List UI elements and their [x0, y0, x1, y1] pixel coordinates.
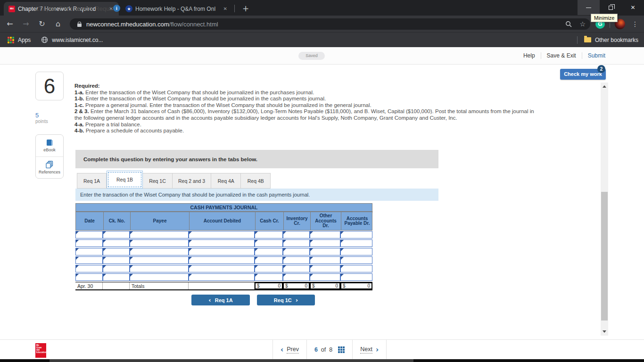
cell-date[interactable] [75, 265, 103, 272]
window-minimize-button[interactable] [578, 0, 600, 15]
cell-ck-no[interactable] [103, 273, 130, 281]
apps-label[interactable]: Apps [18, 37, 31, 43]
journal-title: CASH PAYMENTS JOURNAL [75, 203, 372, 211]
cell-inventory-cr[interactable] [283, 248, 310, 255]
reload-icon[interactable]: ↻ [36, 19, 48, 28]
cell-date[interactable] [75, 248, 103, 255]
home-icon[interactable]: ⌂ [52, 19, 64, 28]
address-bar[interactable]: newconnect.mheducation.com/flow/connect.… [70, 18, 590, 30]
forward-icon[interactable]: → [20, 19, 32, 28]
cell-inventory-cr[interactable] [283, 231, 310, 239]
prev-question-button[interactable]: ‹ Prev [273, 346, 306, 354]
journal-row [75, 231, 372, 239]
window-close-button[interactable]: ✕ [622, 0, 644, 15]
apps-grid-icon[interactable] [8, 37, 14, 43]
cell-inventory-cr[interactable] [283, 256, 310, 264]
cell-other-accounts-dr[interactable] [310, 248, 340, 255]
cell-payee[interactable] [130, 231, 189, 239]
cell-ck-no[interactable] [103, 256, 130, 264]
cell-ck-no[interactable] [103, 248, 130, 255]
cell-payee[interactable] [130, 248, 189, 255]
save-exit-link[interactable]: Save & Exit [547, 52, 576, 59]
tab-req-1b[interactable]: Req 1B [107, 171, 143, 189]
window-bottom-edge [0, 359, 644, 362]
window-controls: ✕ [578, 0, 644, 15]
cell-cash-cr[interactable] [255, 231, 283, 239]
new-tab-button[interactable]: + [239, 2, 252, 15]
zoom-icon[interactable] [565, 21, 572, 27]
ebook-label: eBook [43, 148, 56, 152]
screen: MH Chapter 7 Homework Required ✕ ★ Homew… [0, 0, 644, 362]
scroll-down-arrow[interactable] [603, 330, 606, 333]
other-bookmarks-button[interactable]: Other bookmarks [595, 37, 638, 43]
cell-date[interactable] [75, 231, 103, 239]
cell-inventory-cr[interactable] [283, 239, 310, 247]
question-number-card: 6 [35, 72, 64, 100]
back-icon[interactable]: ← [4, 19, 16, 28]
question-number: 6 [44, 74, 55, 98]
cell-accounts-payable-dr[interactable] [340, 231, 372, 239]
cell-accounts-payable-dr[interactable] [340, 265, 372, 272]
ebook-button[interactable]: eBook [36, 135, 63, 156]
totals-inventory-cr: $0 [283, 282, 310, 289]
tab-instruction: Enter the transaction of the Wiset Compa… [75, 189, 438, 201]
cell-cash-cr[interactable] [255, 248, 283, 255]
cell-other-accounts-dr[interactable] [310, 231, 340, 239]
cell-date[interactable] [75, 239, 103, 247]
cell-accounts-payable-dr[interactable] [340, 248, 372, 255]
help-link[interactable]: Help [523, 52, 535, 59]
cell-inventory-cr[interactable] [283, 273, 310, 281]
cell-payee[interactable] [130, 265, 189, 272]
cell-account-debited[interactable] [189, 256, 255, 264]
cell-account-debited[interactable] [189, 273, 255, 281]
cell-payee[interactable] [130, 256, 189, 264]
cell-payee[interactable] [130, 273, 189, 281]
tab-req-1c[interactable]: Req 1C [143, 173, 173, 189]
tab-req-2-and-3[interactable]: Req 2 and 3 [173, 173, 211, 189]
browser-menu-icon[interactable]: ⋮ [630, 20, 640, 28]
tab-req-1a[interactable]: Req 1A [77, 173, 107, 189]
tab-req-4a[interactable]: Req 4A [211, 173, 241, 189]
cell-payee[interactable] [130, 239, 189, 247]
cell-cash-cr[interactable] [255, 239, 283, 247]
cell-account-debited[interactable] [189, 248, 255, 255]
chevron-right-icon: › [376, 346, 379, 354]
cell-date[interactable] [75, 273, 103, 281]
info-icon[interactable]: i [113, 5, 120, 12]
question-grid-icon[interactable] [338, 346, 345, 353]
cell-inventory-cr[interactable] [283, 265, 310, 272]
bookmark-star-icon[interactable]: ☆ [579, 20, 586, 28]
next-requirement-button[interactable]: Req 1C › [257, 295, 315, 305]
tab-close-icon[interactable]: ✕ [222, 5, 229, 12]
journal-row [75, 273, 372, 281]
submit-link[interactable]: Submit [588, 52, 605, 59]
bookmark-item[interactable]: www.islamicnet.co... [52, 37, 103, 43]
cell-other-accounts-dr[interactable] [310, 239, 340, 247]
cell-account-debited[interactable] [189, 239, 255, 247]
cell-account-debited[interactable] [189, 265, 255, 272]
prev-requirement-button[interactable]: ‹ Req 1A [191, 295, 250, 305]
window-restore-button[interactable] [600, 0, 622, 15]
browser-tab-inactive[interactable]: ★ Homework Help - Q&A from Onl ✕ [121, 2, 233, 16]
cell-cash-cr[interactable] [255, 273, 283, 281]
cell-account-debited[interactable] [189, 231, 255, 239]
cell-ck-no[interactable] [103, 239, 130, 247]
cell-accounts-payable-dr[interactable] [340, 239, 372, 247]
scroll-up-arrow[interactable] [603, 85, 606, 88]
cell-cash-cr[interactable] [255, 265, 283, 272]
cell-ck-no[interactable] [103, 231, 130, 239]
cell-other-accounts-dr[interactable] [310, 256, 340, 264]
tab-req-4b[interactable]: Req 4B [241, 173, 271, 189]
cell-other-accounts-dr[interactable] [310, 273, 340, 281]
cell-other-accounts-dr[interactable] [310, 265, 340, 272]
next-question-button[interactable]: Next › [353, 346, 386, 354]
cell-cash-cr[interactable] [255, 256, 283, 264]
cell-date[interactable] [75, 256, 103, 264]
references-button[interactable]: References [36, 156, 63, 178]
scrollbar-thumb[interactable] [601, 192, 608, 321]
content-scrollbar[interactable] [601, 82, 608, 336]
cell-accounts-payable-dr[interactable] [340, 273, 372, 281]
cell-ck-no[interactable] [103, 265, 130, 272]
totals-cash-cr: $0 [255, 282, 283, 289]
cell-accounts-payable-dr[interactable] [340, 256, 372, 264]
